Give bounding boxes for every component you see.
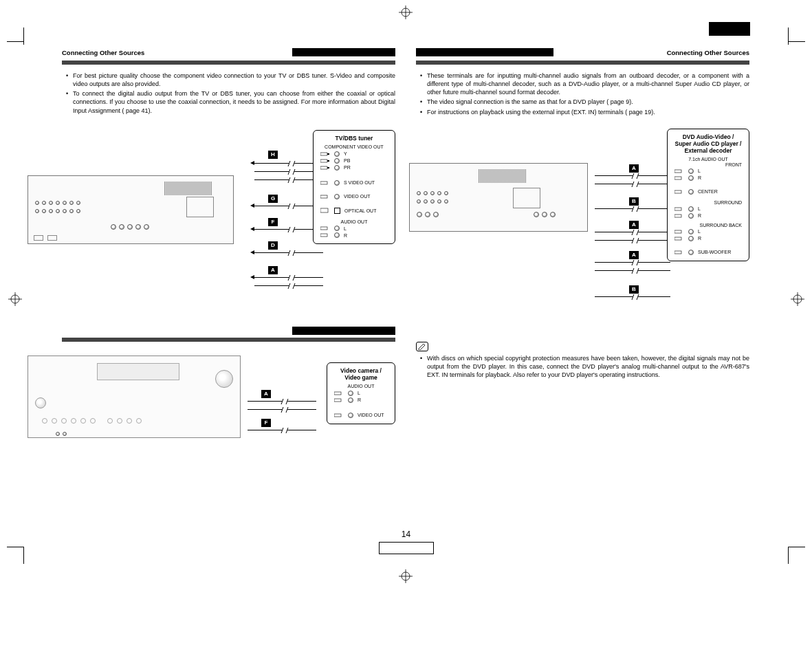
callout-h: H	[268, 151, 278, 159]
terminal-label: L	[698, 229, 701, 234]
source-tv-dbs: TV/DBS tuner COMPONENT VIDEO OUT Y PB PR…	[313, 130, 395, 245]
terminal-label: VIDEO OUT	[344, 194, 371, 199]
receiver-rear-panel	[409, 163, 588, 232]
divider	[62, 338, 395, 342]
terminal-label: Y	[344, 151, 347, 156]
crop-mark	[23, 28, 24, 45]
receiver-front-panel	[28, 356, 241, 438]
svg-rect-33	[674, 251, 681, 254]
section-title-right: Connecting Other Sources	[667, 49, 749, 56]
bullet-item: For instructions on playback using the e…	[421, 108, 749, 116]
group-label: SURROUND	[674, 200, 742, 205]
divider	[416, 61, 749, 65]
terminal-label: OPTICAL OUT	[344, 208, 376, 213]
group-label: SURROUND BACK	[674, 223, 742, 228]
bullet-item: With discs on which special copyright pr…	[421, 354, 749, 379]
svg-rect-27	[674, 177, 681, 179]
source-title: TV/DBS tuner	[320, 135, 388, 142]
crop-mark	[788, 28, 789, 45]
terminal-label: R	[698, 175, 701, 180]
crop-mark	[788, 547, 789, 564]
terminal-label: VIDEO OUT	[358, 413, 384, 417]
right-bullet-list: These terminals are for inputting multi-…	[416, 72, 749, 116]
callout-d: D	[268, 241, 278, 250]
page-number: 14	[379, 529, 434, 539]
crop-mark	[7, 547, 24, 547]
section-title-left: Connecting Other Sources	[62, 49, 144, 56]
svg-rect-29	[674, 208, 681, 210]
diagram-tv-dbs: H G F D A TV	[62, 134, 395, 313]
divider	[62, 61, 395, 65]
crop-mark	[23, 547, 24, 564]
terminal-label: PB	[344, 158, 350, 163]
crop-mark	[7, 41, 24, 42]
terminal-label: L	[358, 391, 360, 395]
diagram-ext-in: A B A A B DVD Audio-Video / Super Audio …	[416, 135, 749, 328]
svg-rect-23	[334, 392, 341, 395]
svg-rect-17	[327, 167, 329, 168]
callout-f: F	[261, 419, 271, 427]
svg-rect-32	[674, 237, 681, 240]
registration-mark-top	[399, 6, 413, 19]
callout-a: A	[629, 251, 639, 259]
registration-mark-bottom	[399, 569, 413, 583]
terminal-label: L	[344, 226, 347, 231]
svg-rect-15	[327, 160, 329, 162]
callout-a: A	[629, 164, 639, 173]
svg-rect-12	[320, 153, 327, 155]
callout-g: G	[268, 195, 278, 203]
source-title: DVD Audio-Video / Super Audio CD player …	[674, 133, 742, 155]
callout-a: A	[261, 390, 271, 398]
callout-a: A	[268, 266, 278, 274]
terminal-label: R	[358, 397, 361, 402]
diagram-video-camera: A F Video camera / Video game AUDIO OUT …	[62, 349, 395, 459]
left-bullet-list: For best picture quality choose the comp…	[62, 72, 395, 115]
group-label: SUB-WOOFER	[698, 250, 731, 254]
callout-f: F	[268, 218, 278, 226]
source-ext-decoder: DVD Audio-Video / Super Audio CD player …	[667, 129, 749, 261]
callout-a: A	[629, 221, 639, 229]
svg-rect-28	[674, 190, 681, 193]
group-label: CENTER	[698, 189, 718, 194]
terminal-label: R	[344, 233, 347, 238]
svg-rect-31	[674, 230, 681, 233]
section-bar	[416, 48, 553, 56]
bullet-item: The video signal connection is the same …	[421, 98, 749, 106]
registration-mark-left	[8, 292, 22, 306]
source-video-camera: Video camera / Video game AUDIO OUT L R …	[327, 362, 395, 424]
heading-71ch: 7.1ch AUDIO OUT	[674, 157, 742, 162]
group-label: FRONT	[674, 162, 742, 167]
terminal-label: L	[698, 206, 701, 211]
svg-rect-20	[320, 208, 328, 212]
svg-rect-13	[327, 153, 329, 155]
component-heading: COMPONENT VIDEO OUT	[320, 144, 388, 150]
bullet-item: For best picture quality choose the comp…	[67, 72, 395, 88]
page-number-box	[379, 542, 434, 554]
svg-rect-14	[320, 160, 327, 162]
terminal-label: PR	[344, 165, 351, 170]
right-note-list: With discs on which special copyright pr…	[416, 354, 749, 379]
terminal-label: S VIDEO OUT	[344, 180, 375, 185]
section-bar	[292, 327, 395, 335]
svg-rect-30	[674, 215, 681, 217]
svg-rect-25	[334, 414, 341, 417]
vent-grill	[479, 169, 527, 183]
svg-rect-21	[320, 227, 327, 230]
svg-rect-16	[320, 166, 327, 169]
terminal-label: R	[698, 213, 701, 218]
page-content: Connecting Other Sources For best pictur…	[62, 48, 749, 459]
audio-heading: AUDIO OUT	[320, 219, 388, 225]
crop-mark	[788, 547, 805, 547]
terminal-label: L	[698, 168, 701, 173]
svg-rect-26	[674, 170, 681, 173]
source-title: Video camera / Video game	[334, 367, 388, 381]
crop-mark	[788, 41, 805, 42]
vent-grill	[164, 182, 212, 195]
svg-rect-24	[334, 399, 341, 402]
bullet-item: These terminals are for inputting multi-…	[421, 72, 749, 96]
callout-b: B	[629, 285, 639, 294]
callout-b: B	[629, 197, 639, 206]
section-bar	[292, 48, 395, 56]
svg-rect-22	[320, 234, 327, 237]
terminal-label: R	[698, 236, 701, 241]
